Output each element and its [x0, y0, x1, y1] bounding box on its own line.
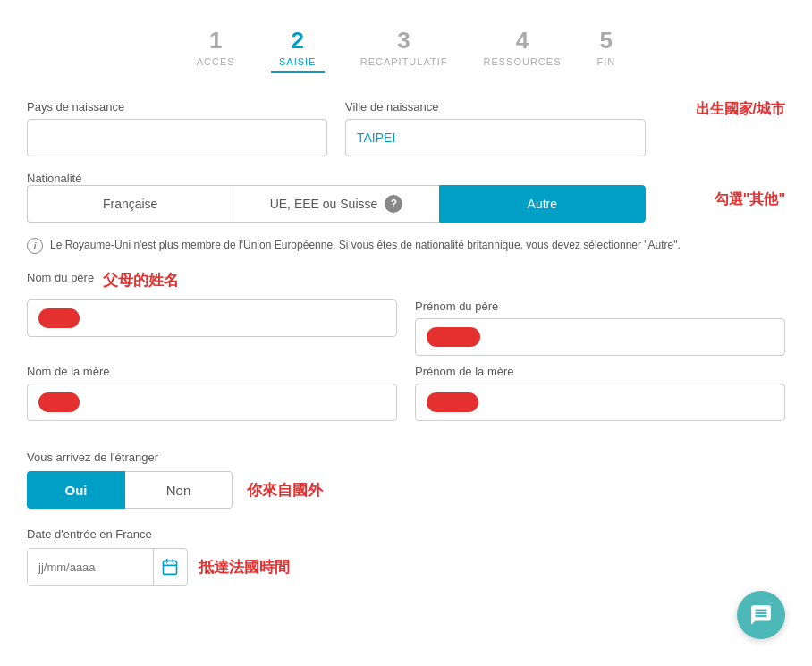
- prenom-pere-label: Prénom du père: [415, 299, 785, 313]
- info-icon: i: [27, 238, 43, 254]
- nationality-buttons: Française UE, EEE ou Suisse ? Autre: [27, 185, 646, 223]
- prenom-mere-input-wrap[interactable]: [415, 384, 785, 421]
- nom-pere-input-wrap[interactable]: [27, 299, 397, 337]
- step-4-number: 4: [516, 27, 529, 55]
- date-input-wrap[interactable]: [27, 548, 188, 586]
- nationalite-label: Nationalité: [27, 172, 81, 185]
- date-row: 抵達法國時間: [27, 548, 785, 586]
- step-2-label: SAISIE: [279, 56, 316, 67]
- prenom-mere-label: Prénom de la mère: [415, 365, 785, 378]
- nom-pere-oval: [38, 308, 80, 328]
- oui-non-buttons: Oui Non: [27, 471, 233, 509]
- nom-mere-input-wrap[interactable]: [27, 384, 397, 421]
- pays-input[interactable]: [27, 119, 327, 156]
- step-5[interactable]: 5 FIN: [596, 27, 615, 67]
- prenom-pere-oval: [427, 327, 480, 347]
- pays-label: Pays de naissance: [27, 100, 327, 114]
- nom-mere-label: Nom de la mère: [27, 365, 397, 378]
- prenom-pere-group: Prénom du père: [415, 299, 785, 356]
- nom-mere-oval: [38, 392, 80, 412]
- date-label: Date d'entrée en France: [27, 527, 152, 541]
- annotation-oui: 你來自國外: [247, 480, 323, 501]
- annotation-date: 抵達法國時間: [199, 557, 290, 577]
- step-2-underline: [271, 71, 325, 73]
- step-5-label: FIN: [596, 56, 615, 67]
- oui-button[interactable]: Oui: [27, 471, 125, 509]
- ville-de-naissance-group: Ville de naissance: [345, 100, 646, 156]
- svg-rect-0: [163, 561, 176, 574]
- non-button[interactable]: Non: [125, 471, 233, 509]
- nom-pere-label: Nom du père: [27, 271, 94, 284]
- date-input[interactable]: [28, 549, 153, 585]
- step-3[interactable]: 3 RECAPITULATIF: [360, 27, 448, 67]
- nat-autre-button[interactable]: Autre: [439, 185, 646, 223]
- nat-ue-button[interactable]: UE, EEE ou Suisse ?: [233, 185, 438, 223]
- step-1[interactable]: 1 ACCES: [197, 27, 235, 67]
- step-4[interactable]: 4 RESSOURCES: [483, 27, 561, 67]
- step-4-label: RESSOURCES: [483, 56, 561, 67]
- calendar-icon[interactable]: [153, 548, 185, 586]
- step-5-number: 5: [600, 27, 613, 55]
- step-1-label: ACCES: [197, 56, 235, 67]
- help-icon[interactable]: ?: [385, 195, 402, 213]
- step-1-number: 1: [209, 27, 222, 55]
- step-indicator: 1 ACCES 2 SAISIE 3 RECAPITULATIF 4 RESSO…: [27, 18, 785, 73]
- nat-francaise-button[interactable]: Française: [27, 185, 233, 223]
- nom-mere-group: Nom de la mère: [27, 365, 397, 421]
- ville-label: Ville de naissance: [345, 100, 646, 114]
- prenom-mere-oval: [427, 392, 478, 412]
- step-2[interactable]: 2 SAISIE: [271, 27, 325, 73]
- info-notice: i Le Royaume-Uni n'est plus membre de l'…: [27, 237, 785, 254]
- chat-button[interactable]: [737, 591, 785, 639]
- arrivez-label: Vous arrivez de l'étranger: [27, 451, 158, 464]
- step-3-label: RECAPITULATIF: [360, 56, 448, 67]
- nom-pere-group: [27, 299, 397, 356]
- annotation-parents: 父母的姓名: [103, 270, 179, 291]
- info-text: Le Royaume-Uni n'est plus membre de l'Un…: [50, 237, 681, 253]
- step-3-number: 3: [397, 27, 410, 55]
- ville-input[interactable]: [345, 119, 646, 156]
- annotation-autre: 勾選"其他": [715, 191, 785, 207]
- step-2-number: 2: [291, 27, 303, 55]
- prenom-pere-input-wrap[interactable]: [415, 318, 785, 356]
- prenom-mere-group: Prénom de la mère: [415, 365, 785, 421]
- pays-de-naissance-group: Pays de naissance: [27, 100, 327, 156]
- annotation-birthplace: 出生國家/城市: [696, 101, 785, 116]
